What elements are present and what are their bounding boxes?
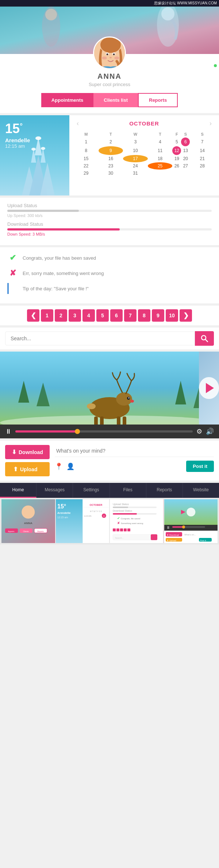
cal-day[interactable]: 20	[181, 155, 190, 162]
download-status-label: Download Status	[7, 221, 212, 227]
upload-button[interactable]: ⬆ Upload	[5, 462, 50, 476]
cal-day[interactable]: 1	[74, 137, 99, 146]
cal-day[interactable]: 29	[74, 170, 99, 177]
video-settings-btn[interactable]: ⚙	[196, 427, 202, 435]
page-btn-9[interactable]: 9	[152, 309, 164, 322]
cal-day[interactable]: 8	[74, 146, 99, 155]
notification-success-text: Congrats, your file has been saved	[23, 255, 96, 261]
nav-reports[interactable]: Reports	[146, 483, 183, 498]
weather-city: Arendelle	[5, 137, 64, 143]
page-btn-10[interactable]: 10	[166, 309, 178, 322]
calendar-month: OCTOBER	[129, 120, 159, 127]
cal-day[interactable]: 3	[123, 137, 148, 146]
cal-day[interactable]: 10	[123, 146, 148, 155]
cal-day-highlight[interactable]: 12	[172, 146, 181, 155]
svg-point-36	[130, 400, 134, 403]
nav-files[interactable]: Files	[110, 483, 146, 498]
video-controls: ⏸ ⚙ 🔊	[0, 425, 219, 438]
page-btn-2[interactable]: 2	[55, 309, 67, 322]
profile-name: ANNA	[0, 72, 219, 81]
action-section: ⬇ Download ⬆ Upload 📍 👤 Post it	[0, 441, 219, 481]
svg-rect-65	[113, 507, 128, 508]
profile-tabs: Appointments Clients list Reports	[0, 93, 219, 107]
nav-home[interactable]: Home	[0, 483, 36, 498]
page-btn-4[interactable]: 4	[82, 309, 95, 322]
notification-info: Tip of the day: "Save your file !"	[7, 283, 212, 294]
svg-text:Something went wrong: Something went wrong	[121, 522, 143, 524]
cal-day-highlight[interactable]: 6	[181, 137, 190, 146]
svg-text:15°: 15°	[57, 503, 66, 509]
search-input[interactable]	[5, 332, 195, 345]
cal-day[interactable]: 5	[172, 137, 181, 146]
post-input[interactable]	[55, 445, 214, 457]
cal-day[interactable]: 11	[148, 146, 173, 155]
calendar-prev-btn[interactable]: ‹	[74, 119, 82, 128]
page-btn-6[interactable]: 6	[110, 309, 123, 322]
post-it-button[interactable]: Post it	[186, 461, 214, 472]
video-volume-btn[interactable]: 🔊	[206, 427, 214, 435]
download-button[interactable]: ⬇ Download	[5, 445, 50, 459]
svg-point-88	[182, 526, 185, 528]
video-play-button[interactable]	[199, 377, 219, 399]
calendar-next-btn[interactable]: ›	[207, 119, 215, 128]
page-next-btn[interactable]: ❯	[180, 309, 192, 322]
tab-clients[interactable]: Clients list	[93, 93, 138, 107]
nav-website[interactable]: Website	[183, 483, 219, 498]
cal-day[interactable]: 22	[74, 162, 99, 170]
nav-messages[interactable]: Messages	[36, 483, 73, 498]
cal-day[interactable]: 13	[181, 146, 190, 155]
tab-reports[interactable]: Reports	[138, 93, 178, 107]
video-pause-btn[interactable]: ⏸	[5, 428, 12, 435]
svg-rect-87	[172, 526, 184, 528]
cal-day[interactable]: 2	[99, 137, 123, 146]
search-button[interactable]	[195, 331, 214, 346]
page-btn-8[interactable]: 8	[138, 309, 150, 322]
download-speed: Down Speed: 3 MB/s	[7, 232, 212, 236]
nav-settings[interactable]: Settings	[73, 483, 110, 498]
page-btn-3[interactable]: 3	[69, 309, 81, 322]
cal-day-highlight[interactable]: 25	[148, 162, 173, 170]
cal-day[interactable]: 19	[172, 155, 181, 162]
page-btn-7[interactable]: 7	[124, 309, 137, 322]
cal-day-empty	[190, 170, 215, 177]
cal-day[interactable]: 27	[181, 162, 190, 170]
cal-day[interactable]: 7	[190, 137, 215, 146]
svg-text:12:15 am: 12:15 am	[57, 516, 68, 519]
page-btn-1[interactable]: 1	[41, 309, 53, 322]
post-area: 📍 👤 Post it	[55, 445, 214, 472]
cal-day[interactable]: 14	[190, 146, 215, 155]
svg-text:Download Status: Download Status	[113, 509, 132, 512]
notification-error-text: Err, sorry mate, something went wrong	[23, 271, 104, 276]
cal-day[interactable]: 15	[74, 155, 99, 162]
page-prev-btn[interactable]: ❮	[27, 309, 39, 322]
cal-day[interactable]: 4	[148, 137, 173, 146]
cal-day-highlight[interactable]: 9	[99, 146, 123, 155]
cross-icon: ✘	[7, 268, 18, 279]
svg-rect-77	[127, 528, 130, 531]
cal-day-highlight[interactable]: 17	[123, 155, 148, 162]
tab-appointments[interactable]: Appointments	[41, 93, 93, 107]
svg-text:Appoint.: Appoint.	[8, 530, 15, 532]
cal-day[interactable]: 26	[172, 162, 181, 170]
cal-day[interactable]: 21	[190, 155, 215, 162]
upload-bar-bg	[7, 210, 212, 212]
svg-text:Post it: Post it	[200, 539, 206, 542]
cal-day[interactable]: 24	[123, 162, 148, 170]
cal-day[interactable]: 28	[190, 162, 215, 170]
cal-day-empty	[148, 170, 173, 177]
svg-text:Congrats, file saved: Congrats, file saved	[121, 518, 140, 520]
cal-day[interactable]: 23	[99, 162, 123, 170]
page-btn-5[interactable]: 5	[96, 309, 109, 322]
video-section: ⏸ ⚙ 🔊	[0, 352, 219, 438]
video-progress-bar[interactable]	[15, 430, 193, 433]
thumb-3-svg: Upload Status Download Status ✔ Congrats…	[110, 499, 164, 543]
cal-day[interactable]: 30	[99, 170, 123, 177]
cal-day[interactable]: 16	[99, 155, 123, 162]
video-thumbnail	[0, 352, 219, 425]
notification-info-text: Tip of the day: "Save your file !"	[23, 286, 89, 291]
upload-speed: Up Speed: 300 kb/s	[7, 213, 212, 218]
cal-day[interactable]: 31	[123, 170, 148, 177]
cal-day[interactable]: 18	[148, 155, 173, 162]
location-icon: 📍	[55, 462, 63, 470]
svg-point-4	[45, 9, 57, 20]
